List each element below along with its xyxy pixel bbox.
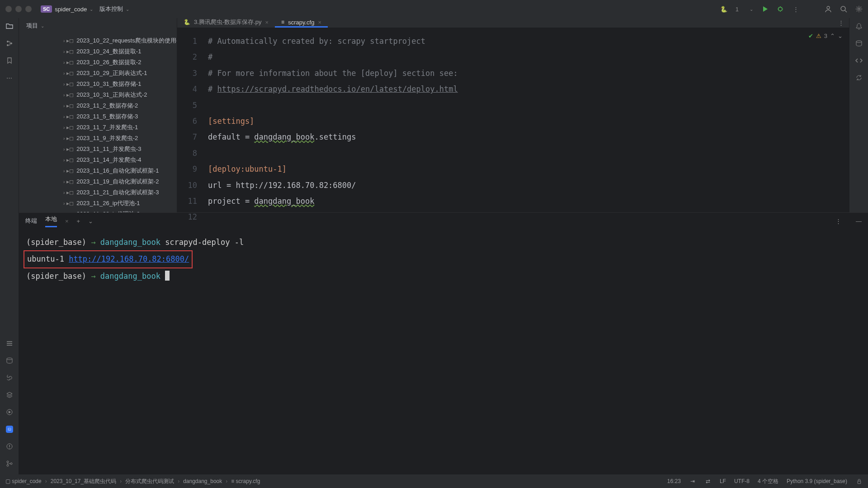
svg-point-1 — [827, 6, 830, 9]
more-icon[interactable]: ⋮ — [792, 5, 799, 13]
gear-icon[interactable] — [855, 5, 863, 13]
project-tree[interactable]: ›▸◻2023_10_22_requests爬虫模块的使用-2›▸◻2023_1… — [19, 33, 177, 212]
terminal-title: 终端 — [25, 217, 37, 225]
tree-item[interactable]: ›▸◻2023_11_16_自动化测试框架-1 — [19, 165, 177, 176]
python-icon: 🐍 — [720, 5, 727, 13]
close-icon[interactable]: × — [265, 19, 269, 26]
indent-setting[interactable]: 4 个空格 — [758, 478, 778, 485]
svg-rect-9 — [8, 428, 11, 431]
warning-icon: ⚠ — [816, 33, 821, 39]
close-tab-icon[interactable]: × — [65, 218, 69, 225]
folder-icon[interactable] — [6, 23, 13, 30]
lock-icon[interactable] — [855, 478, 863, 485]
svg-rect-15 — [858, 481, 861, 483]
code-icon[interactable] — [855, 57, 863, 64]
tree-item[interactable]: ›▸◻2023_11_5_数据存储-3 — [19, 111, 177, 122]
svg-point-12 — [7, 465, 9, 466]
warning-count: 3 — [824, 33, 827, 39]
sidebar-title[interactable]: 项目 — [26, 22, 38, 30]
tree-item[interactable]: ›▸◻2023_11_19_自动化测试框架-2 — [19, 176, 177, 187]
editor-area: 🐍3.腾讯爬虫-数据库保存.py×≡scrapy.cfg× ⋮ 12345678… — [177, 18, 849, 212]
svg-point-13 — [10, 463, 12, 465]
interpreter[interactable]: Python 3.9 (spider_base) — [787, 478, 847, 484]
layers-icon[interactable] — [6, 391, 13, 399]
svg-point-3 — [858, 8, 860, 10]
tree-item[interactable]: ›▸◻2023_10_31_正则表达式-2 — [19, 89, 177, 100]
chevron-up-icon[interactable]: ⌃ — [830, 33, 835, 39]
terminal-tab-local[interactable]: 本地 — [45, 215, 57, 227]
indent-icon[interactable]: ⇥ — [689, 478, 696, 485]
check-icon: ✔ — [808, 33, 813, 39]
add-tab-icon[interactable]: + — [77, 218, 80, 225]
tree-item[interactable]: ›▸◻2023_11_2_数据存储-2 — [19, 100, 177, 111]
refresh-icon[interactable] — [855, 74, 863, 81]
notifications-icon[interactable] — [855, 23, 863, 30]
chevron-down-icon[interactable]: ⌄ — [88, 218, 93, 225]
debug-icon[interactable] — [777, 5, 784, 13]
project-name[interactable]: spider_code — [55, 6, 87, 13]
tab-more-icon[interactable]: ⋮ — [837, 19, 844, 27]
line-separator[interactable]: LF — [720, 478, 726, 484]
tree-item[interactable]: ›▸◻2023_11_14_并发爬虫-4 — [19, 155, 177, 165]
svg-point-4 — [7, 41, 9, 42]
close-icon[interactable]: × — [318, 19, 321, 26]
inspection-widget[interactable]: ✔ ⚠ 3 ⌃ ⌄ — [808, 33, 843, 39]
more-icon[interactable]: ⋯ — [6, 74, 13, 81]
svg-point-5 — [7, 44, 9, 46]
chevron-down-icon[interactable]: ⌄ — [126, 7, 129, 12]
svg-point-7 — [7, 358, 12, 360]
chevron-down-icon[interactable]: ⌄ — [41, 23, 44, 28]
deploy-url-link[interactable]: http://192.168.70.82:6800/ — [69, 254, 189, 263]
right-toolbar — [849, 18, 868, 212]
svg-point-11 — [7, 461, 9, 463]
chevron-down-icon[interactable]: ⌄ — [750, 7, 753, 12]
traffic-lights[interactable] — [5, 6, 32, 12]
encoding[interactable]: UTF-8 — [734, 478, 750, 484]
run-icon[interactable] — [761, 5, 769, 13]
editor-body[interactable]: 123456789101112 # Automatically created … — [177, 28, 849, 225]
chevron-down-icon[interactable]: ⌄ — [838, 33, 843, 39]
editor-tabs: 🐍3.腾讯爬虫-数据库保存.py×≡scrapy.cfg× ⋮ — [177, 18, 849, 28]
database-icon[interactable] — [855, 40, 863, 47]
link-icon[interactable]: ⇄ — [704, 478, 712, 485]
terminal-output[interactable]: (spider_base) → dangdang_book scrapyd-de… — [19, 229, 868, 474]
run-config-badge[interactable]: 1 — [736, 6, 739, 13]
cursor-position[interactable]: 16:23 — [667, 478, 681, 484]
services-icon[interactable] — [6, 408, 13, 416]
chevron-down-icon[interactable]: ⌄ — [90, 7, 93, 12]
tree-item[interactable]: ›▸◻2023_11_7_并发爬虫-1 — [19, 122, 177, 133]
list-icon[interactable] — [6, 340, 13, 347]
terminal-icon[interactable] — [6, 426, 13, 433]
bookmark-icon[interactable] — [6, 57, 13, 64]
highlighted-output: ubuntu-1 http://192.168.70.82:6800/ — [24, 250, 193, 268]
project-sidebar: 项目 ⌄ ›▸◻2023_10_22_requests爬虫模块的使用-2›▸◻2… — [19, 18, 177, 212]
tree-item[interactable]: ›▸◻2023_10_24_数据提取-1 — [19, 46, 177, 57]
project-badge: SC — [41, 5, 52, 13]
titlebar: SC spider_code ⌄ 版本控制 ⌄ 🐍 1 ⌄ ⋮ — [0, 0, 868, 18]
user-icon[interactable] — [825, 5, 832, 13]
tree-item[interactable]: ›▸◻2023_11_26_ip代理池-1 — [19, 198, 177, 209]
structure-icon[interactable] — [6, 40, 13, 47]
search-icon[interactable] — [840, 5, 847, 13]
problems-icon[interactable] — [6, 443, 13, 450]
terminal-panel: 终端 本地 × + ⌄ ⋮ — (spider_base) → dangdang… — [19, 212, 868, 474]
tree-item[interactable]: ›▸◻2023_10_31_数据存储-1 — [19, 79, 177, 89]
tree-item[interactable]: ›▸◻2023_11_9_并发爬虫-2 — [19, 133, 177, 144]
tree-item[interactable]: ›▸◻2023_11_11_并发爬虫-3 — [19, 144, 177, 155]
git-icon[interactable] — [6, 460, 13, 467]
minimize-icon[interactable]: — — [856, 218, 862, 225]
tree-item[interactable]: ›▸◻2023_10_22_requests爬虫模块的使用-2 — [19, 35, 177, 46]
tree-item[interactable]: ›▸◻2023_10_29_正则表达式-1 — [19, 68, 177, 79]
editor-tab[interactable]: 🐍3.腾讯爬虫-数据库保存.py× — [177, 18, 275, 28]
tree-item[interactable]: ›▸◻2023_11_21_自动化测试框架-3 — [19, 187, 177, 198]
python-console-icon[interactable] — [6, 374, 13, 381]
database-icon[interactable] — [6, 357, 13, 364]
breadcrumbs[interactable]: ▢ spider_code›2023_10_17_基础爬虫代码›分布式爬虫代码测… — [5, 478, 260, 485]
tree-item[interactable]: ›▸◻2023_10_26_数据提取-2 — [19, 57, 177, 68]
vcs-menu[interactable]: 版本控制 — [99, 5, 123, 13]
code-content[interactable]: # Automatically created by: scrapy start… — [208, 28, 849, 225]
editor-tab[interactable]: ≡scrapy.cfg× — [275, 18, 328, 28]
left-toolbar: ⋯ — [0, 18, 19, 474]
tree-item[interactable]: ›▸◻2023_11_28_ip代理池-2 — [19, 209, 177, 212]
svg-point-14 — [856, 41, 862, 42]
